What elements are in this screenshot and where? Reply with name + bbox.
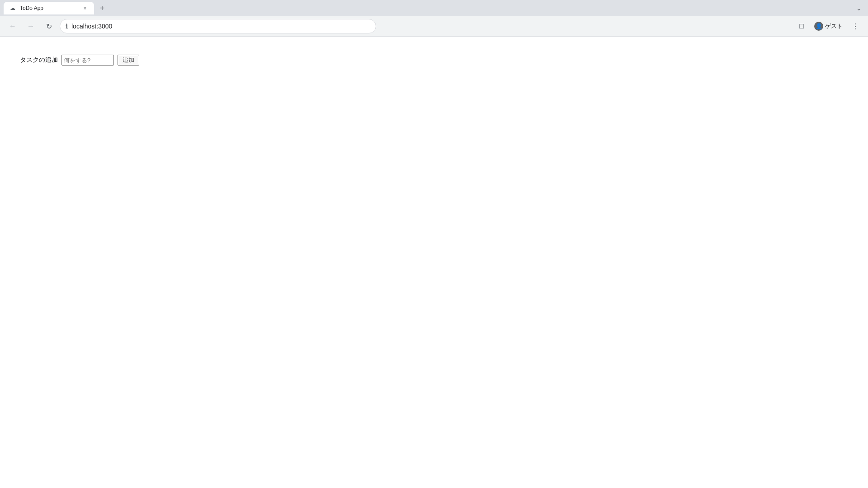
profile-avatar-icon: 👤 xyxy=(814,22,823,31)
tab-close-button[interactable]: × xyxy=(81,5,89,12)
tab-favicon-icon: ☁ xyxy=(9,5,16,12)
tab-bar-end: ⌄ xyxy=(854,3,868,14)
browser-chrome: ☁ ToDo App × + ⌄ ← → ↻ ℹ localhost:3000 … xyxy=(0,0,868,37)
tab-list-chevron-icon[interactable]: ⌄ xyxy=(854,3,864,14)
profile-name: ゲスト xyxy=(825,22,843,30)
address-bar-row: ← → ↻ ℹ localhost:3000 □ 👤 ゲスト ⋮ xyxy=(0,16,868,36)
browser-actions: □ 👤 ゲスト ⋮ xyxy=(794,19,863,33)
page-content: タスクの追加 追加 xyxy=(0,37,868,84)
reload-button[interactable]: ↻ xyxy=(42,19,56,33)
url-display: localhost:3000 xyxy=(71,23,370,30)
add-task-label: タスクの追加 xyxy=(20,56,58,64)
add-task-section: タスクの追加 追加 xyxy=(20,55,848,66)
task-input[interactable] xyxy=(61,55,114,66)
back-button[interactable]: ← xyxy=(5,19,20,33)
active-tab[interactable]: ☁ ToDo App × xyxy=(4,2,94,14)
security-icon: ℹ xyxy=(66,23,68,30)
forward-button[interactable]: → xyxy=(24,19,38,33)
add-task-button[interactable]: 追加 xyxy=(118,55,139,66)
new-tab-button[interactable]: + xyxy=(96,2,108,14)
profile-button[interactable]: 👤 ゲスト xyxy=(811,20,846,33)
tab-bar: ☁ ToDo App × + ⌄ xyxy=(0,0,868,16)
more-menu-button[interactable]: ⋮ xyxy=(848,19,863,33)
tab-title: ToDo App xyxy=(20,5,78,11)
address-bar[interactable]: ℹ localhost:3000 xyxy=(60,19,376,33)
bookmark-button[interactable]: □ xyxy=(794,19,809,33)
